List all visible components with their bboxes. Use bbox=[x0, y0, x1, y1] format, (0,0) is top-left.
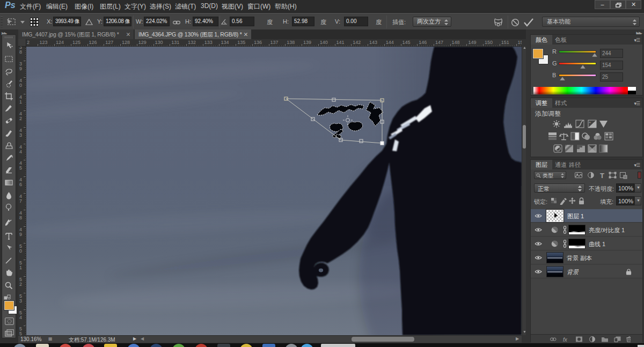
svg-text:+: + bbox=[589, 121, 591, 124]
svg-text:T: T bbox=[600, 172, 604, 179]
svg-text:fx: fx bbox=[563, 337, 568, 343]
